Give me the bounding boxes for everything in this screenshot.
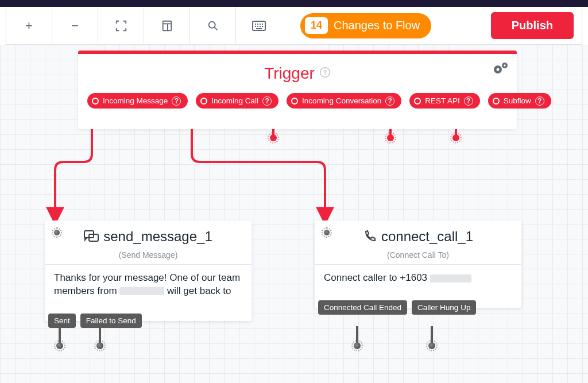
publish-button[interactable]: Publish xyxy=(491,12,574,39)
unconnected-endpoint[interactable] xyxy=(54,340,65,351)
trigger-out-incoming-message[interactable]: Incoming Message ? xyxy=(87,93,188,109)
phone-icon xyxy=(363,230,377,243)
node-title: connect_call_1 xyxy=(324,229,512,245)
settings-button[interactable] xyxy=(493,62,509,77)
trigger-title-text: Trigger xyxy=(264,64,315,83)
svg-text:?: ? xyxy=(323,68,327,76)
unconnected-endpoint[interactable] xyxy=(385,132,396,144)
trigger-out-rest-api[interactable]: REST API ? xyxy=(409,93,480,109)
connector-ring-icon xyxy=(92,98,99,105)
trigger-outputs: Incoming Message ? Incoming Call ? Incom… xyxy=(87,93,508,109)
search-icon xyxy=(207,20,219,32)
node-subtitle: (Connect Call To) xyxy=(324,250,512,260)
node-subtitle: (Send Message) xyxy=(54,250,242,260)
divider xyxy=(45,264,252,265)
connector-ring-icon xyxy=(414,98,421,105)
unconnected-endpoint[interactable] xyxy=(268,132,279,144)
node-out-sent[interactable]: Sent xyxy=(48,314,76,328)
trigger-widget[interactable]: Trigger ? Incoming Message ? xyxy=(78,51,517,129)
svg-point-8 xyxy=(504,64,506,67)
trigger-out-subflow[interactable]: Subflow ? xyxy=(488,93,551,109)
node-out-ended[interactable]: Connected Call Ended xyxy=(318,300,407,315)
unconnected-endpoint[interactable] xyxy=(426,340,438,351)
divider xyxy=(315,264,521,265)
redacted-text xyxy=(430,274,471,283)
gears-icon xyxy=(493,62,509,75)
node-body-text: Connect caller to +1603 xyxy=(324,272,427,283)
node-title-text: send_message_1 xyxy=(103,229,212,245)
notes-button[interactable] xyxy=(144,7,190,45)
svg-point-6 xyxy=(497,68,500,71)
node-input-anchor[interactable] xyxy=(52,227,62,238)
connector-ring-icon xyxy=(493,98,500,105)
keyboard-button[interactable] xyxy=(236,7,282,45)
node-outputs: Connected Call Ended Caller Hung Up xyxy=(315,300,476,315)
plus-icon: + xyxy=(25,18,33,33)
zoom-in-button[interactable]: + xyxy=(6,7,52,45)
node-out-hungup[interactable]: Caller Hung Up xyxy=(412,300,476,315)
node-title: send_message_1 xyxy=(54,229,242,245)
unconnected-endpoint[interactable] xyxy=(351,340,363,351)
svg-point-1 xyxy=(208,21,215,28)
trigger-out-label: Incoming Call xyxy=(211,96,258,105)
help-icon[interactable]: ? xyxy=(319,67,331,81)
node-body-text: will get back to xyxy=(167,285,231,296)
help-icon[interactable]: ? xyxy=(385,96,394,106)
trigger-out-label: Incoming Message xyxy=(103,96,168,105)
help-icon[interactable]: ? xyxy=(464,96,473,106)
changes-label: Changes to Flow xyxy=(334,19,420,32)
search-button[interactable] xyxy=(190,7,236,45)
unconnected-endpoint[interactable] xyxy=(94,340,106,351)
top-nav-stub xyxy=(0,0,588,7)
node-connect-call[interactable]: connect_call_1 (Connect Call To) Connect… xyxy=(315,220,521,308)
node-title-text: connect_call_1 xyxy=(381,229,473,245)
changes-to-flow-pill[interactable]: 14 Changes to Flow xyxy=(300,13,431,38)
redacted-text xyxy=(119,287,164,295)
trigger-out-label: Incoming Conversation xyxy=(302,96,381,105)
node-body: Thanks for your message! One of our team… xyxy=(54,272,242,298)
minus-icon: − xyxy=(71,18,79,33)
note-icon xyxy=(161,20,173,32)
changes-count-badge: 14 xyxy=(305,17,328,34)
trigger-out-label: Subflow xyxy=(504,96,531,105)
node-body: Connect caller to +1603 xyxy=(324,272,512,285)
trigger-out-incoming-conversation[interactable]: Incoming Conversation ? xyxy=(287,93,401,109)
help-icon[interactable]: ? xyxy=(262,96,272,106)
keyboard-icon xyxy=(252,21,266,31)
connector-ring-icon xyxy=(291,98,298,105)
node-outputs: Sent Failed to Send xyxy=(45,314,142,328)
connector-ring-icon xyxy=(200,98,207,105)
zoom-out-button[interactable]: − xyxy=(52,7,98,45)
trigger-out-label: REST API xyxy=(425,96,460,105)
unconnected-endpoint[interactable] xyxy=(450,132,462,144)
node-input-anchor[interactable] xyxy=(322,227,332,238)
trigger-title: Trigger ? xyxy=(264,64,331,83)
fit-screen-button[interactable] xyxy=(98,7,144,45)
node-out-failed[interactable]: Failed to Send xyxy=(80,314,142,328)
fullscreen-icon xyxy=(115,20,127,32)
toolbar: + − 14 Changes to Flow Publish xyxy=(6,7,582,45)
node-send-message[interactable]: send_message_1 (Send Message) Thanks for… xyxy=(45,220,252,321)
flow-canvas[interactable]: Trigger ? Incoming Message ? xyxy=(0,45,588,383)
chat-icon xyxy=(84,230,99,243)
trigger-out-incoming-call[interactable]: Incoming Call ? xyxy=(196,93,278,109)
help-icon[interactable]: ? xyxy=(535,96,544,106)
help-icon[interactable]: ? xyxy=(172,96,181,106)
